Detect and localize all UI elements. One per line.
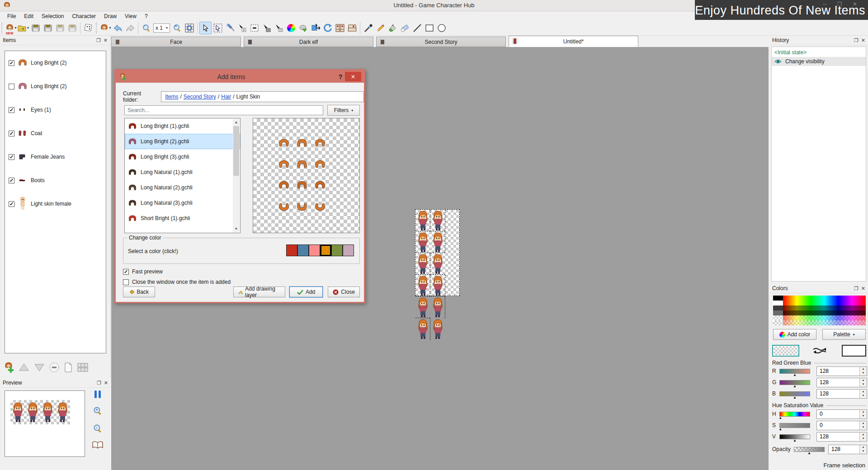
- tab-dark-elf[interactable]: Dark elf: [244, 37, 373, 47]
- item-row[interactable]: ✓ Eyes (1): [5, 98, 106, 122]
- rectangle-tool[interactable]: [423, 22, 435, 34]
- float-panel-icon[interactable]: ❐: [854, 38, 859, 43]
- fast-preview-checkbox[interactable]: ✓: [123, 269, 129, 275]
- recolor-button[interactable]: [297, 22, 309, 34]
- eyedropper-tool[interactable]: [362, 22, 374, 34]
- item-row[interactable]: ✓ Coat: [5, 122, 106, 145]
- saturation-slider[interactable]: ▲: [779, 423, 810, 428]
- sprite-frame[interactable]: [430, 275, 445, 296]
- search-input[interactable]: [124, 105, 323, 115]
- scroll-up-icon[interactable]: ▲: [233, 119, 240, 126]
- color-swatch[interactable]: [286, 244, 297, 256]
- toolbar-handle[interactable]: [1, 23, 4, 33]
- color-swatch[interactable]: [331, 244, 343, 256]
- item-checkbox[interactable]: [9, 84, 14, 89]
- select-cell-tool[interactable]: [273, 22, 285, 34]
- remove-item-button[interactable]: [49, 362, 60, 373]
- color-wheel-button[interactable]: [285, 22, 297, 34]
- item-row[interactable]: ✓ Boots: [5, 169, 106, 192]
- filters-button[interactable]: Filters▾: [327, 105, 360, 116]
- breadcrumb-items[interactable]: Items: [165, 94, 178, 100]
- close-panel-icon[interactable]: ✕: [861, 38, 865, 43]
- sprite-frame[interactable]: [430, 296, 445, 318]
- open-page-button[interactable]: [63, 362, 73, 373]
- sprite-sheet[interactable]: [415, 209, 460, 296]
- menu-selection[interactable]: Selection: [38, 12, 67, 20]
- red-value-input[interactable]: [817, 368, 859, 374]
- menu-edit[interactable]: Edit: [20, 12, 37, 20]
- zoom-in-button[interactable]: +: [171, 22, 183, 34]
- pencil-tool[interactable]: [374, 22, 387, 34]
- close-panel-icon[interactable]: ✕: [861, 286, 865, 291]
- item-row[interactable]: ✓ Female Jeans: [5, 145, 106, 169]
- color-swatch[interactable]: [343, 244, 354, 256]
- item-checkbox[interactable]: ✓: [9, 107, 14, 113]
- value-value-input[interactable]: [817, 433, 859, 440]
- hue-value-input[interactable]: [817, 411, 859, 417]
- frames-button[interactable]: [77, 362, 89, 372]
- file-row[interactable]: Long Bright (1).gchli: [125, 118, 240, 134]
- select-frame-tool[interactable]: [260, 22, 273, 34]
- scrollbar[interactable]: ▲ ▼: [233, 119, 240, 232]
- scroll-thumb[interactable]: [233, 126, 239, 176]
- item-checkbox[interactable]: ✓: [9, 60, 14, 66]
- zoom-level-combo[interactable]: x 1▾: [153, 24, 170, 33]
- open-folder-button[interactable]: ▾: [17, 22, 29, 34]
- ellipse-tool[interactable]: [435, 22, 448, 34]
- saturation-value-input[interactable]: [817, 422, 859, 428]
- random-character-button[interactable]: [82, 22, 94, 34]
- rotate-button[interactable]: [321, 22, 334, 34]
- rect-select-tool[interactable]: [212, 22, 224, 34]
- preview-zoom-out-button[interactable]: -: [93, 423, 103, 433]
- item-row[interactable]: ✓ Light skin female: [5, 192, 106, 216]
- red-slider[interactable]: ▲: [779, 369, 810, 374]
- file-row-selected[interactable]: Long Bright (2).gchli: [125, 134, 240, 149]
- color-spectrum[interactable]: [773, 296, 866, 325]
- float-panel-icon[interactable]: ❐: [97, 380, 101, 386]
- export-button[interactable]: [66, 22, 78, 34]
- select-tool[interactable]: [199, 22, 212, 34]
- opacity-spinner[interactable]: ▲▼: [859, 445, 867, 454]
- menu-file[interactable]: File: [4, 12, 19, 20]
- close-window-checkbox[interactable]: [123, 279, 129, 285]
- history-initial-state[interactable]: <Initial state>: [772, 48, 866, 57]
- hue-grid[interactable]: [783, 296, 866, 325]
- item-checkbox[interactable]: ✓: [9, 178, 14, 183]
- blue-spinner[interactable]: ▲▼: [859, 390, 867, 398]
- add-drawing-layer-button[interactable]: Add drawing layer: [233, 287, 285, 297]
- redo-button[interactable]: [124, 22, 136, 34]
- item-checkbox[interactable]: ✓: [9, 131, 14, 136]
- close-panel-icon[interactable]: ✕: [104, 380, 108, 386]
- back-button[interactable]: Back: [123, 287, 155, 297]
- green-slider[interactable]: ▲: [779, 380, 810, 385]
- sprite-frame[interactable]: [415, 253, 430, 275]
- sprite-frame[interactable]: [415, 210, 430, 231]
- menu-help[interactable]: ?: [141, 12, 151, 20]
- pause-button[interactable]: [94, 390, 101, 398]
- secondary-color-swatch[interactable]: [842, 345, 866, 357]
- new-character-button[interactable]: ▾ NEW: [5, 22, 17, 34]
- fast-preview-option[interactable]: ✓ Fast preview: [123, 268, 163, 275]
- zoom-out-button[interactable]: −: [140, 22, 152, 34]
- tab-second-story[interactable]: Second Story: [376, 37, 506, 47]
- frames-manager-button[interactable]: [346, 22, 358, 34]
- dialog-title-bar[interactable]: Add items ? ✕: [116, 70, 364, 83]
- color-swatch[interactable]: [309, 244, 320, 256]
- deselect-tool[interactable]: [248, 22, 260, 34]
- magic-wand-tool[interactable]: [224, 22, 236, 34]
- move-down-button[interactable]: [33, 362, 45, 372]
- scroll-down-icon[interactable]: ▼: [233, 226, 240, 232]
- tab-untitled[interactable]: Untitled*: [509, 36, 638, 47]
- sprite-frame[interactable]: [415, 231, 430, 253]
- menu-view[interactable]: View: [121, 12, 140, 20]
- frames-button[interactable]: [334, 22, 346, 34]
- hue-slider[interactable]: ▲: [779, 412, 810, 417]
- eraser-tool[interactable]: [399, 22, 411, 34]
- saturation-spinner[interactable]: ▲▼: [859, 421, 867, 430]
- opacity-value-input[interactable]: [829, 446, 859, 452]
- grayscale-column[interactable]: [773, 296, 783, 325]
- menu-draw[interactable]: Draw: [100, 12, 120, 20]
- float-panel-icon[interactable]: ❐: [854, 286, 859, 291]
- dialog-close-button[interactable]: ✕: [345, 72, 361, 81]
- green-value-input[interactable]: [817, 379, 859, 385]
